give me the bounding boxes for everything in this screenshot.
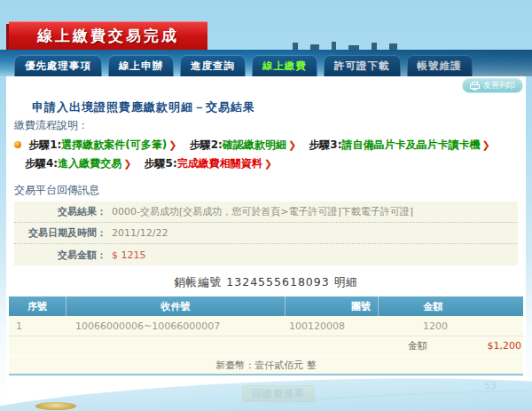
silhouette-fragment (389, 43, 397, 50)
table-row: 1 10066000006~10066000007 100120008 1200 (9, 316, 523, 336)
cell-receipt-no: 10066000006~10066000007 (66, 320, 286, 332)
silhouette-fragment (293, 43, 298, 50)
silhouette-fragment (372, 43, 377, 50)
step-text: 進入繳費交易 (58, 157, 121, 170)
step-label: 步驟5: (145, 157, 177, 170)
cell-group-no: 100120008 (286, 320, 379, 332)
datetime-row: 交易日期及時間： 2011/12/22 (14, 223, 518, 244)
page: 線上繳費交易完成 優先處理事項 線上申辦 進度查詢 線上繳費 許可證下載 帳號維… (0, 0, 532, 411)
step-label: 步驟3: (309, 138, 341, 151)
step-label: 步驟4: (25, 157, 58, 170)
page-title: 申請入出境證照費應繳款明細－交易結果 (32, 99, 255, 115)
header-seq: 序號 (9, 296, 66, 316)
step-arrow-icon: ❯ (264, 158, 272, 170)
step-arrow-icon: ❯ (288, 139, 296, 151)
table-title: 銷帳編號 1324555618093 明細 (9, 275, 523, 290)
response-heading: 交易平台回傳訊息 (14, 183, 99, 198)
cell-amount: 1200 (379, 320, 523, 332)
tab-priority-items[interactable]: 優先處理事項 (14, 55, 102, 76)
result-value: 0000-交易成功[交易成功，您可於首頁>電子許可證]下載電子許可證] (112, 205, 413, 218)
account-detail-table: 銷帳編號 1324555618093 明細 序號 收件號 團號 金額 1 100… (9, 275, 523, 375)
tab-online-application[interactable]: 線上申辦 (108, 55, 174, 76)
step-text: 請自備晶片卡及晶片卡讀卡機 (341, 138, 480, 151)
silhouette-fragment (310, 44, 319, 50)
amount-in-words-row: 新臺幣：壹仟貳佰元 整 (9, 356, 523, 375)
datetime-value: 2011/12/22 (112, 227, 168, 239)
banner-title: 線上繳費交易完成 (37, 26, 179, 46)
tab-progress-inquiry[interactable]: 進度查詢 (180, 55, 246, 76)
decorative-silhouettes (293, 42, 470, 50)
main-navigation: 優先處理事項 線上申辦 進度查詢 線上繳費 許可證下載 帳號維護 (0, 50, 532, 76)
step-arrow-icon: ❯ (168, 139, 176, 151)
steps-line-1: 步驟1:選擇繳款案件(可多筆)❯ 步驟2:確認繳款明細❯ 步驟3:請自備晶片卡及… (14, 136, 518, 154)
table-total-row: 金額 $1,200 (9, 336, 523, 356)
tab-permit-download[interactable]: 許可證下載 (324, 55, 401, 76)
header-amount: 金額 (379, 296, 523, 316)
printer-icon (470, 82, 480, 91)
tab-account-maintenance[interactable]: 帳號維護 (407, 55, 473, 76)
step-arrow-icon: ❯ (481, 139, 489, 151)
steps-line-2: 步驟4:進入繳費交易❯ 步驟5:完成繳費相關資料❯ (14, 154, 518, 173)
result-row: 交易結果： 0000-交易成功[交易成功，您可於首頁>電子許可證]下載電子許可證… (14, 202, 518, 223)
step-label: 步驟1: (28, 138, 61, 151)
payment-steps: 步驟1:選擇繳款案件(可多筆)❯ 步驟2:確認繳款明細❯ 步驟3:請自備晶片卡及… (14, 136, 518, 173)
header-group-no: 團號 (286, 296, 379, 316)
transaction-response-box: 交易結果： 0000-交易成功[交易成功，您可於首頁>電子許可證]下載電子許可證… (14, 202, 518, 265)
page-banner: 線上繳費交易完成 (9, 21, 207, 50)
step-arrow-icon: ❯ (123, 158, 131, 170)
step-label: 步驟2: (190, 138, 223, 151)
header-receipt-no: 收件號 (66, 296, 286, 316)
friendly-print-button[interactable]: 友善列印 (462, 78, 523, 93)
amount-row: 交易金額： $ 1215 (14, 244, 518, 265)
step-text: 選擇繳款案件(可多筆) (61, 138, 167, 151)
tab-online-payment[interactable]: 線上繳費 (252, 55, 317, 76)
silhouette-fragment (332, 42, 336, 50)
print-button-label: 友善列印 (483, 80, 515, 91)
process-heading: 繳費流程說明： (14, 118, 89, 133)
table-header-row: 序號 收件號 團號 金額 (9, 296, 523, 316)
step-text: 完成繳費相關資料 (177, 157, 262, 170)
amount-label: 交易金額： (14, 249, 106, 262)
amount-value: $ 1215 (112, 249, 146, 261)
silhouette-fragment (348, 45, 359, 50)
datetime-label: 交易日期及時間： (14, 226, 106, 240)
step-bullet-icon (14, 141, 21, 148)
result-label: 交易結果： (14, 205, 106, 218)
step-text: 確認繳款明細 (223, 138, 286, 151)
cell-seq: 1 (9, 320, 66, 332)
total-label: 金額 (408, 339, 427, 352)
partial-logo (35, 402, 76, 410)
total-value: $1,200 (427, 340, 523, 352)
